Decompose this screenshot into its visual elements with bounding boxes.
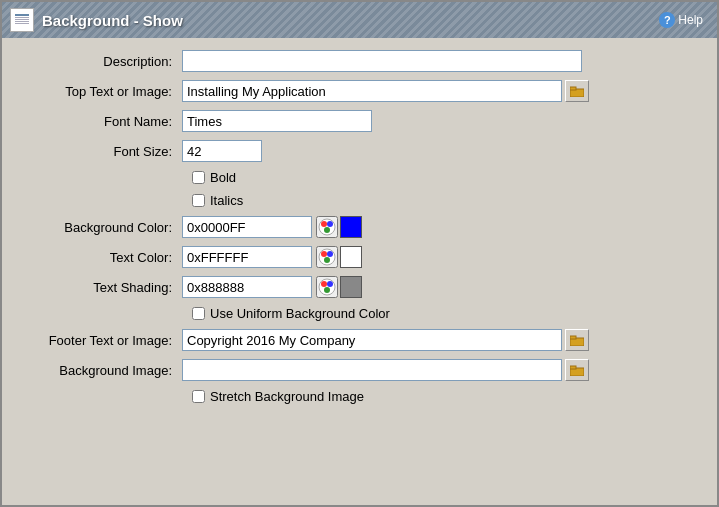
text-shading-input[interactable] xyxy=(182,276,312,298)
window: Background - Show ? Help Description: To… xyxy=(0,0,719,507)
svg-point-17 xyxy=(327,281,333,287)
title-bar-right: ? Help xyxy=(653,10,709,30)
svg-rect-1 xyxy=(15,17,29,18)
svg-point-18 xyxy=(324,287,330,293)
text-color-palette-button[interactable] xyxy=(316,246,338,268)
footer-row: Footer Text or Image: xyxy=(22,329,697,351)
svg-point-12 xyxy=(321,251,327,257)
bg-image-label: Background Image: xyxy=(22,363,182,378)
font-name-label: Font Name: xyxy=(22,114,182,129)
svg-rect-22 xyxy=(570,366,576,369)
text-shading-row: Text Shading: xyxy=(22,276,697,298)
window-title: Background - Show xyxy=(42,12,183,29)
font-name-input[interactable] xyxy=(182,110,372,132)
bg-image-row: Background Image: xyxy=(22,359,697,381)
bg-color-label: Background Color: xyxy=(22,220,182,235)
text-shading-palette-button[interactable] xyxy=(316,276,338,298)
bold-checkbox[interactable] xyxy=(192,171,205,184)
italics-label: Italics xyxy=(210,193,243,208)
text-shading-swatch xyxy=(340,276,362,298)
description-input[interactable] xyxy=(182,50,582,72)
bg-image-input[interactable] xyxy=(182,359,562,381)
description-row: Description: xyxy=(22,50,697,72)
svg-rect-6 xyxy=(570,87,576,90)
svg-point-10 xyxy=(324,227,330,233)
svg-point-9 xyxy=(327,221,333,227)
form-content: Description: Top Text or Image: Font Nam… xyxy=(2,38,717,505)
bg-color-input[interactable] xyxy=(182,216,312,238)
font-size-input[interactable] xyxy=(182,140,262,162)
footer-input[interactable] xyxy=(182,329,562,351)
stretch-row: Stretch Background Image xyxy=(22,389,697,404)
svg-point-16 xyxy=(321,281,327,287)
svg-rect-2 xyxy=(15,19,29,20)
bg-image-browse-button[interactable] xyxy=(565,359,589,381)
bg-color-row: Background Color: xyxy=(22,216,697,238)
bold-row: Bold xyxy=(22,170,697,185)
help-label: Help xyxy=(678,13,703,27)
help-icon: ? xyxy=(659,12,675,28)
svg-point-8 xyxy=(321,221,327,227)
font-name-row: Font Name: xyxy=(22,110,697,132)
bg-color-palette-button[interactable] xyxy=(316,216,338,238)
uniform-bg-row: Use Uniform Background Color xyxy=(22,306,697,321)
footer-label: Footer Text or Image: xyxy=(22,333,182,348)
text-color-row: Text Color: xyxy=(22,246,697,268)
bold-label: Bold xyxy=(210,170,236,185)
footer-browse-button[interactable] xyxy=(565,329,589,351)
font-size-row: Font Size: xyxy=(22,140,697,162)
top-text-label: Top Text or Image: xyxy=(22,84,182,99)
window-icon xyxy=(10,8,34,32)
help-button[interactable]: ? Help xyxy=(653,10,709,30)
svg-rect-20 xyxy=(570,336,576,339)
title-bar: Background - Show ? Help xyxy=(2,2,717,38)
italics-row: Italics xyxy=(22,193,697,208)
italics-checkbox[interactable] xyxy=(192,194,205,207)
top-text-row: Top Text or Image: xyxy=(22,80,697,102)
description-label: Description: xyxy=(22,54,182,69)
title-bar-left: Background - Show xyxy=(10,8,183,32)
top-text-browse-button[interactable] xyxy=(565,80,589,102)
top-text-input[interactable] xyxy=(182,80,562,102)
svg-point-13 xyxy=(327,251,333,257)
text-color-swatch xyxy=(340,246,362,268)
svg-rect-4 xyxy=(15,23,29,24)
stretch-label: Stretch Background Image xyxy=(210,389,364,404)
svg-rect-3 xyxy=(15,21,29,22)
bg-color-swatch xyxy=(340,216,362,238)
svg-rect-0 xyxy=(15,14,29,16)
svg-point-14 xyxy=(324,257,330,263)
text-color-label: Text Color: xyxy=(22,250,182,265)
uniform-bg-checkbox[interactable] xyxy=(192,307,205,320)
text-shading-label: Text Shading: xyxy=(22,280,182,295)
font-size-label: Font Size: xyxy=(22,144,182,159)
text-color-input[interactable] xyxy=(182,246,312,268)
stretch-checkbox[interactable] xyxy=(192,390,205,403)
uniform-bg-label: Use Uniform Background Color xyxy=(210,306,390,321)
